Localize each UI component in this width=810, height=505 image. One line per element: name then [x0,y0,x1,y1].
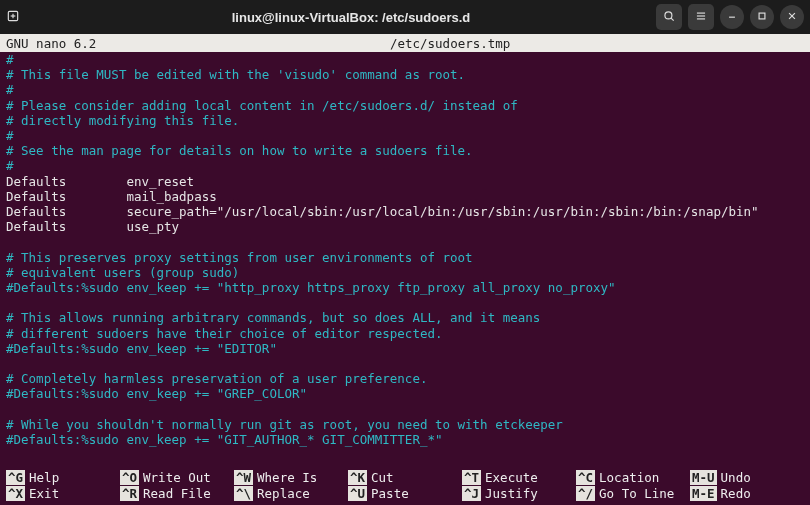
nano-shortcut-bar: ^GHelp^OWrite Out^WWhere Is^KCut^TExecut… [6,469,804,501]
search-button[interactable] [656,4,682,30]
shortcut-label: Location [599,470,659,485]
window-titlebar: linux@linux-VirtualBox: /etc/sudoers.d [0,0,810,34]
shortcut-key: M-E [690,486,717,501]
editor-line: # directly modifying this file. [6,113,804,128]
shortcut-key: ^/ [576,486,595,501]
shortcut-label: Write Out [143,470,211,485]
hamburger-icon [694,9,708,26]
shortcut-key: ^T [462,470,481,485]
editor-line: # This allows running arbitrary commands… [6,310,804,325]
editor-line: # Completely harmless preservation of a … [6,371,804,386]
editor-line: # different sudoers have their choice of… [6,326,804,341]
nano-filename: /etc/sudoers.tmp [96,36,804,51]
shortcut-label: Go To Line [599,486,674,501]
shortcut-key: ^\ [234,486,253,501]
shortcut-item[interactable]: ^OWrite Out [120,469,234,485]
search-icon [662,9,676,26]
shortcut-item[interactable]: ^XExit [6,485,120,501]
editor-line: # equivalent users (group sudo) [6,265,804,280]
shortcut-key: ^J [462,486,481,501]
maximize-button[interactable] [750,5,774,29]
shortcut-item[interactable]: M-UUndo [690,469,804,485]
shortcut-item[interactable]: ^/Go To Line [576,485,690,501]
editor-line [6,402,804,417]
svg-point-3 [665,11,672,18]
shortcut-item[interactable]: ^RRead File [120,485,234,501]
window-title: linux@linux-VirtualBox: /etc/sudoers.d [46,10,656,25]
shortcut-label: Execute [485,470,538,485]
minimize-button[interactable] [720,5,744,29]
shortcut-key: ^R [120,486,139,501]
editor-line: #Defaults:%sudo env_keep += "EDITOR" [6,341,804,356]
close-icon [785,9,799,26]
titlebar-left [6,9,46,26]
editor-line: # [6,128,804,143]
shortcut-key: ^C [576,470,595,485]
shortcut-label: Exit [29,486,59,501]
menu-button[interactable] [688,4,714,30]
editor-line: # While you shouldn't normally run git a… [6,417,804,432]
editor-line [6,234,804,249]
shortcut-item[interactable]: ^UPaste [348,485,462,501]
editor-line: Defaults use_pty [6,219,804,234]
editor-line: # Please consider adding local content i… [6,98,804,113]
shortcut-item[interactable]: ^TExecute [462,469,576,485]
editor-line: # [6,82,804,97]
shortcut-key: M-U [690,470,717,485]
editor-line: # [6,52,804,67]
editor-line: Defaults secure_path="/usr/local/sbin:/u… [6,204,804,219]
shortcut-key: ^X [6,486,25,501]
shortcut-item[interactable]: ^\Replace [234,485,348,501]
svg-rect-9 [759,13,765,19]
shortcut-item[interactable]: ^WWhere Is [234,469,348,485]
shortcut-label: Cut [371,470,394,485]
editor-line: # This file MUST be edited with the 'vis… [6,67,804,82]
nano-version: GNU nano 6.2 [6,36,96,51]
editor-line [6,356,804,371]
titlebar-right [656,4,804,30]
shortcut-label: Justify [485,486,538,501]
editor-line [6,295,804,310]
editor-line: #Defaults:%sudo env_keep += "GIT_AUTHOR_… [6,432,804,447]
shortcut-item[interactable]: ^JJustify [462,485,576,501]
shortcut-key: ^G [6,470,25,485]
svg-line-4 [671,18,674,21]
shortcut-item[interactable]: ^GHelp [6,469,120,485]
editor-line: # This preserves proxy settings from use… [6,250,804,265]
shortcut-label: Read File [143,486,211,501]
editor-line: # [6,158,804,173]
shortcut-item[interactable]: ^KCut [348,469,462,485]
maximize-icon [755,9,769,26]
shortcut-item[interactable]: ^CLocation [576,469,690,485]
shortcut-label: Paste [371,486,409,501]
shortcut-key: ^K [348,470,367,485]
shortcut-label: Undo [721,470,751,485]
shortcut-label: Redo [721,486,751,501]
editor-line: #Defaults:%sudo env_keep += "http_proxy … [6,280,804,295]
shortcut-key: ^O [120,470,139,485]
editor-line: #Defaults:%sudo env_keep += "GREP_COLOR" [6,386,804,401]
new-tab-icon[interactable] [6,9,20,26]
nano-statusbar: GNU nano 6.2 /etc/sudoers.tmp [0,34,810,52]
editor-line: Defaults mail_badpass [6,189,804,204]
shortcut-label: Where Is [257,470,317,485]
shortcut-label: Help [29,470,59,485]
editor-content[interactable]: ## This file MUST be edited with the 'vi… [0,52,810,451]
shortcut-item[interactable]: M-ERedo [690,485,804,501]
shortcut-key: ^W [234,470,253,485]
editor-line: Defaults env_reset [6,174,804,189]
shortcut-label: Replace [257,486,310,501]
shortcut-key: ^U [348,486,367,501]
minimize-icon [725,9,739,26]
close-button[interactable] [780,5,804,29]
editor-line: # See the man page for details on how to… [6,143,804,158]
